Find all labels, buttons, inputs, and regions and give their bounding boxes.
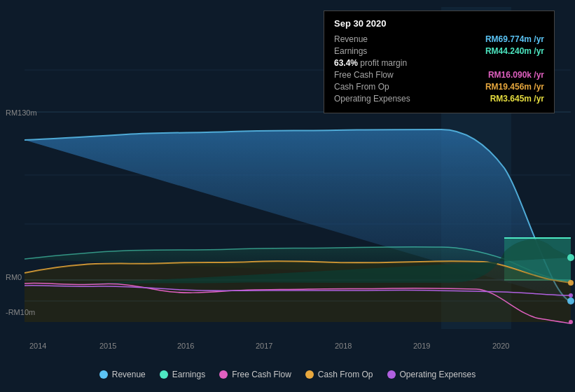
data-tooltip: Sep 30 2020 Revenue RM69.774m /yr Earnin…	[324, 10, 555, 113]
tooltip-value-cashfromop: RM19.456m /yr	[485, 82, 544, 92]
legend-label-opex: Operating Expenses	[400, 370, 476, 379]
tooltip-value-opex: RM3.645m /yr	[490, 94, 544, 104]
x-label-2018: 2018	[335, 342, 352, 350]
tooltip-label-revenue: Revenue	[334, 34, 368, 44]
tooltip-label-earnings: Earnings	[334, 46, 367, 56]
legend-revenue[interactable]: Revenue	[99, 370, 146, 379]
svg-point-13	[568, 280, 574, 286]
chart-legend: Revenue Earnings Free Cash Flow Cash Fro…	[0, 370, 575, 379]
x-label-2014: 2014	[29, 342, 46, 350]
tooltip-row-fcf: Free Cash Flow RM16.090k /yr	[334, 70, 544, 80]
legend-label-fcf: Free Cash Flow	[232, 370, 291, 379]
tooltip-title: Sep 30 2020	[334, 18, 544, 29]
chart-container: RM130m RM0 -RM10m 2014 2015 2016 2017 20…	[0, 0, 575, 392]
tooltip-profit-margin: 63.4% profit margin	[334, 58, 544, 68]
legend-dot-fcf	[219, 370, 228, 379]
profit-margin-value: 63.4%	[334, 58, 358, 68]
y-label-bot: -RM10m	[6, 308, 35, 316]
legend-opex[interactable]: Operating Expenses	[387, 370, 476, 379]
tooltip-value-earnings: RM44.240m /yr	[485, 46, 544, 56]
tooltip-row-earnings: Earnings RM44.240m /yr	[334, 46, 544, 56]
tooltip-row-cashfromop: Cash From Op RM19.456m /yr	[334, 82, 544, 92]
svg-point-14	[569, 320, 573, 324]
tooltip-row-revenue: Revenue RM69.774m /yr	[334, 34, 544, 44]
x-label-2016: 2016	[177, 342, 194, 350]
legend-fcf[interactable]: Free Cash Flow	[219, 370, 291, 379]
legend-earnings[interactable]: Earnings	[160, 370, 205, 379]
legend-cashfromop[interactable]: Cash From Op	[305, 370, 373, 379]
legend-label-revenue: Revenue	[112, 370, 146, 379]
svg-point-11	[567, 298, 574, 304]
tooltip-label-cashfromop: Cash From Op	[334, 82, 389, 92]
x-label-2015: 2015	[99, 342, 116, 350]
tooltip-value-revenue: RM69.774m /yr	[485, 34, 544, 44]
x-label-2017: 2017	[256, 342, 272, 350]
tooltip-value-fcf: RM16.090k /yr	[488, 70, 544, 80]
svg-point-12	[567, 254, 574, 261]
legend-label-cashfromop: Cash From Op	[318, 370, 373, 379]
legend-dot-opex	[387, 370, 396, 379]
legend-dot-cashfromop	[305, 370, 314, 379]
x-label-2020: 2020	[492, 342, 509, 350]
svg-point-15	[569, 293, 573, 298]
legend-dot-revenue	[99, 370, 108, 379]
y-label-mid: RM0	[6, 273, 22, 281]
x-label-2019: 2019	[413, 342, 430, 350]
tooltip-label-opex: Operating Expenses	[334, 94, 410, 104]
tooltip-row-opex: Operating Expenses RM3.645m /yr	[334, 94, 544, 104]
y-label-top: RM130m	[6, 108, 37, 117]
tooltip-label-fcf: Free Cash Flow	[334, 70, 394, 80]
legend-dot-earnings	[160, 370, 168, 379]
legend-label-earnings: Earnings	[172, 370, 205, 379]
